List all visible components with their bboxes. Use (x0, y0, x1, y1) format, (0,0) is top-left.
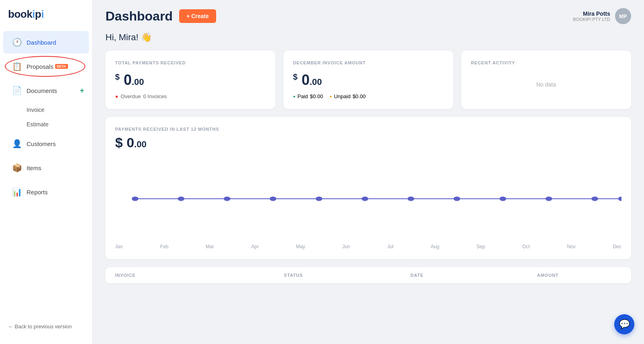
svg-point-2 (224, 196, 231, 201)
month-may: May (296, 244, 305, 249)
user-name: Mira Potts (573, 10, 610, 17)
total-payments-title: TOTAL PAYMENTS RECEIVED (115, 60, 266, 65)
overdue-count: 0 Invoices (143, 93, 167, 99)
svg-point-4 (316, 196, 322, 201)
recent-activity-card: RECENT ACTIVITY No data (461, 51, 631, 109)
month-sep: Sep (477, 244, 485, 249)
sidebar-documents-label: Documents (27, 87, 57, 94)
month-oct: Oct (522, 244, 530, 249)
sidebar-item-invoice[interactable]: Invoice (3, 103, 89, 117)
total-payments-currency: $ (115, 72, 120, 81)
december-invoice-card: DECEMBER INVOICE AMOUNT $ 0.00 ● Paid $0… (283, 51, 453, 109)
unpaid-label: Unpaid (334, 93, 351, 99)
col-invoice: INVOICE (115, 273, 284, 278)
svg-point-0 (132, 196, 138, 201)
sidebar-item-label: Dashboard (27, 39, 56, 46)
col-date: DATE (411, 273, 537, 278)
svg-point-10 (592, 196, 599, 201)
main-content: Dashboard + Create Mira Potts BOOKIPI PT… (93, 0, 644, 344)
payments-chart-card: PAYMENTS RECEIVED IN LAST 12 MONTHS $ 0.… (105, 117, 631, 259)
month-apr: Apr (251, 244, 259, 249)
dec-decimal: .00 (310, 77, 322, 87)
svg-point-8 (500, 196, 506, 201)
sidebar: bookipi 🕐 Dashboard 📋 Proposals BETA 📄 D… (0, 0, 93, 344)
chart-decimal: .00 (134, 139, 147, 149)
svg-point-1 (178, 196, 185, 201)
reports-icon: 📊 (11, 186, 23, 198)
logo-text: bookipi (8, 8, 44, 20)
month-aug: Aug (431, 244, 439, 249)
december-invoice-amount: $ 0.00 (293, 72, 444, 89)
invoice-table-card: INVOICE STATUS DATE AMOUNT (105, 267, 631, 284)
paid-unpaid-legend: ● Paid $0.00 ● Unpaid $0.00 (293, 93, 444, 99)
documents-icon: 📄 (11, 85, 23, 96)
sidebar-customers-label: Customers (27, 140, 56, 147)
sidebar-item-items[interactable]: 📦 Items (3, 157, 89, 179)
add-document-icon[interactable]: + (80, 87, 84, 95)
sidebar-nav: 🕐 Dashboard 📋 Proposals BETA 📄 Documents… (0, 30, 92, 317)
svg-point-9 (545, 196, 552, 201)
month-dec: Dec (613, 244, 621, 249)
chat-bubble[interactable]: 💬 (614, 314, 634, 334)
col-amount: AMOUNT (537, 273, 621, 278)
estimate-label: Estimate (27, 121, 48, 128)
col-status: STATUS (284, 273, 411, 278)
paid-label: Paid (297, 93, 308, 99)
month-jun: Jun (342, 244, 350, 249)
svg-point-3 (270, 196, 277, 201)
create-button-label: + Create (186, 13, 209, 19)
month-jan: Jan (115, 244, 123, 249)
items-icon: 📦 (11, 162, 23, 173)
total-payments-amount: $ 0.00 (115, 72, 266, 89)
paid-amount: $0.00 (310, 93, 323, 99)
december-invoice-title: DECEMBER INVOICE AMOUNT (293, 60, 444, 65)
create-button[interactable]: + Create (179, 9, 216, 23)
header-right: Mira Potts BOOKIPI PTY LTD MP (573, 8, 631, 24)
sidebar-items-label: Items (27, 165, 41, 171)
user-company: BOOKIPI PTY LTD (573, 17, 610, 22)
month-nov: Nov (567, 244, 576, 249)
sidebar-item-proposals[interactable]: 📋 Proposals BETA (3, 55, 89, 78)
paid-dot: ● (293, 94, 295, 99)
sidebar-item-documents[interactable]: 📄 Documents + (3, 79, 89, 102)
total-payments-card: TOTAL PAYMENTS RECEIVED $ 0.00 ● Overdue… (105, 51, 275, 109)
paid-legend: ● Paid $0.00 (293, 93, 323, 99)
line-chart (115, 159, 621, 239)
unpaid-dot: ● (330, 94, 332, 99)
user-info: Mira Potts BOOKIPI PTY LTD (573, 10, 610, 22)
chart-month-labels: Jan Feb Mar Apr May Jun Jul Aug Sep Oct … (115, 241, 621, 249)
sidebar-item-customers[interactable]: 👤 Customers (3, 132, 89, 155)
logo[interactable]: bookipi (0, 8, 92, 30)
chart-currency: $ (115, 135, 123, 150)
proposals-icon: 📋 (11, 61, 23, 72)
overdue-dot: ● (115, 93, 118, 99)
sidebar-item-dashboard[interactable]: 🕐 Dashboard (3, 31, 89, 54)
back-label: ← Back to previous version (8, 323, 72, 330)
sidebar-item-reports[interactable]: 📊 Reports (3, 181, 89, 203)
avatar[interactable]: MP (615, 8, 631, 24)
recent-activity-title: RECENT ACTIVITY (471, 60, 621, 65)
dec-currency: $ (293, 72, 297, 81)
month-jul: Jul (387, 244, 393, 249)
svg-point-5 (361, 196, 368, 201)
stats-cards: TOTAL PAYMENTS RECEIVED $ 0.00 ● Overdue… (93, 51, 644, 117)
svg-point-11 (618, 196, 621, 201)
table-header: INVOICE STATUS DATE AMOUNT (105, 267, 631, 284)
header-left: Dashboard + Create (105, 9, 216, 24)
chart-amount: $ 0.00 (115, 135, 621, 150)
overdue-label: Overdue (121, 93, 141, 99)
unpaid-legend: ● Unpaid $0.00 (330, 93, 366, 99)
month-mar: Mar (206, 244, 214, 249)
beta-badge: BETA (55, 64, 68, 69)
sidebar-item-estimate[interactable]: Estimate (3, 117, 89, 132)
svg-point-6 (408, 196, 415, 201)
total-payments-main: 0 (124, 72, 132, 88)
month-feb: Feb (160, 244, 169, 249)
sidebar-reports-label: Reports (27, 189, 48, 196)
greeting: Hi, Mira! 👋 (93, 31, 644, 51)
total-payments-decimal: .00 (132, 77, 144, 87)
dashboard-icon: 🕐 (11, 37, 23, 48)
svg-point-7 (454, 196, 460, 201)
unpaid-amount: $0.00 (353, 93, 366, 99)
back-to-previous[interactable]: ← Back to previous version (0, 317, 92, 336)
